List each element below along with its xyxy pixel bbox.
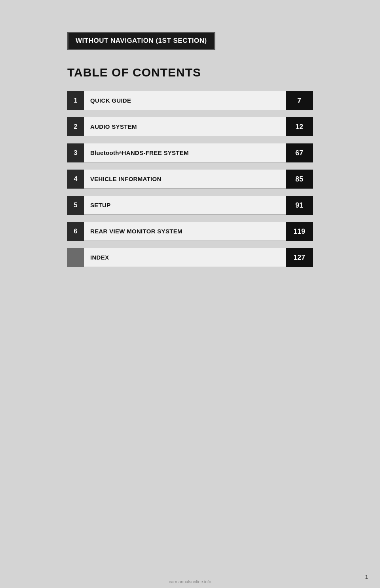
entry-page-2: 12 <box>286 117 313 136</box>
entry-number-index <box>67 248 84 267</box>
header-banner: WITHOUT NAVIGATION (1ST SECTION) <box>67 32 215 50</box>
entry-page-6: 119 <box>286 222 313 241</box>
entry-label-6: REAR VIEW MONITOR SYSTEM <box>84 222 286 241</box>
toc-entry-2[interactable]: 2 AUDIO SYSTEM 12 <box>67 117 313 136</box>
toc-entries: 1 QUICK GUIDE 7 2 AUDIO SYSTEM 12 3 Blue… <box>67 91 313 274</box>
watermark: carmanualsonline.info <box>0 579 380 584</box>
toc-title: TABLE OF CONTENTS <box>67 66 313 79</box>
entry-label-4: VEHICLE INFORMATION <box>84 170 286 189</box>
entry-number-2: 2 <box>67 117 84 136</box>
entry-number-4: 4 <box>67 170 84 189</box>
entry-label-1: QUICK GUIDE <box>84 91 286 110</box>
entry-label-5: SETUP <box>84 196 286 215</box>
entry-page-5: 91 <box>286 196 313 215</box>
entry-number-5: 5 <box>67 196 84 215</box>
entry-number-6: 6 <box>67 222 84 241</box>
toc-entry-index[interactable]: INDEX 127 <box>67 248 313 267</box>
entry-number-3: 3 <box>67 143 84 162</box>
toc-entry-4[interactable]: 4 VEHICLE INFORMATION 85 <box>67 170 313 189</box>
entry-page-4: 85 <box>286 170 313 189</box>
entry-number-1: 1 <box>67 91 84 110</box>
toc-entry-5[interactable]: 5 SETUP 91 <box>67 196 313 215</box>
toc-entry-3[interactable]: 3 Bluetooth® HANDS-FREE SYSTEM 67 <box>67 143 313 162</box>
entry-label-index: INDEX <box>84 248 286 267</box>
toc-entry-1[interactable]: 1 QUICK GUIDE 7 <box>67 91 313 110</box>
entry-page-1: 7 <box>286 91 313 110</box>
page-container: WITHOUT NAVIGATION (1ST SECTION) TABLE O… <box>0 0 380 588</box>
entry-page-index: 127 <box>286 248 313 267</box>
banner-text: WITHOUT NAVIGATION (1ST SECTION) <box>76 37 207 44</box>
toc-entry-6[interactable]: 6 REAR VIEW MONITOR SYSTEM 119 <box>67 222 313 241</box>
content-area: WITHOUT NAVIGATION (1ST SECTION) TABLE O… <box>67 32 313 588</box>
entry-label-3: Bluetooth® HANDS-FREE SYSTEM <box>84 143 286 162</box>
entry-label-2: AUDIO SYSTEM <box>84 117 286 136</box>
entry-page-3: 67 <box>286 143 313 162</box>
